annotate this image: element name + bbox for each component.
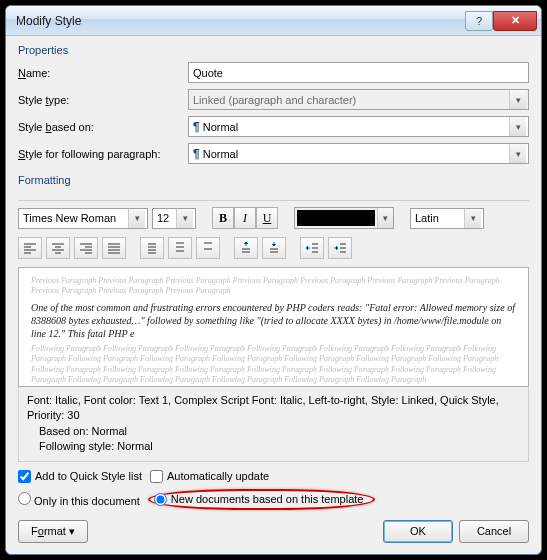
- modify-style-dialog: Modify Style ? ✕ Properties Name: Style …: [5, 5, 542, 555]
- preview-pane: Previous Paragraph Previous Paragraph Pr…: [18, 267, 529, 387]
- highlight-annotation: New documents based on this template: [148, 489, 376, 510]
- following-combo[interactable]: ¶Normal: [188, 143, 529, 164]
- close-button[interactable]: ✕: [493, 11, 537, 31]
- help-button[interactable]: ?: [465, 11, 493, 31]
- indent-decrease-button[interactable]: [300, 237, 324, 259]
- new-docs-template-radio[interactable]: New documents based on this template: [154, 493, 364, 506]
- format-menu-button[interactable]: Format ▾: [18, 520, 88, 543]
- style-type-label: Style type:: [18, 94, 188, 106]
- preview-sample: One of the most common and frustrating e…: [31, 301, 516, 340]
- preview-before: Previous Paragraph Previous Paragraph Pr…: [31, 276, 516, 297]
- add-quickstyle-checkbox[interactable]: Add to Quick Style list: [18, 470, 142, 483]
- align-justify-button[interactable]: [102, 237, 126, 259]
- ok-button[interactable]: OK: [383, 520, 453, 543]
- color-swatch-icon: [297, 210, 375, 226]
- underline-button[interactable]: U: [256, 207, 278, 229]
- name-input[interactable]: [188, 62, 529, 83]
- space-before-inc-button[interactable]: [234, 237, 258, 259]
- based-on-label: Style based on:: [18, 121, 188, 133]
- line-spacing-15-button[interactable]: [168, 237, 192, 259]
- font-family-combo[interactable]: Times New Roman: [18, 208, 148, 229]
- style-type-combo: Linked (paragraph and character): [188, 89, 529, 110]
- line-spacing-2-button[interactable]: [196, 237, 220, 259]
- style-description: Font: Italic, Font color: Text 1, Comple…: [18, 387, 529, 462]
- align-left-button[interactable]: [18, 237, 42, 259]
- dialog-title: Modify Style: [16, 14, 465, 28]
- align-center-button[interactable]: [46, 237, 70, 259]
- bold-button[interactable]: B: [212, 207, 234, 229]
- font-size-combo[interactable]: 12: [152, 208, 196, 229]
- cancel-button[interactable]: Cancel: [459, 520, 529, 543]
- align-right-button[interactable]: [74, 237, 98, 259]
- indent-increase-button[interactable]: [328, 237, 352, 259]
- formatting-heading: Formatting: [18, 174, 529, 186]
- titlebar: Modify Style ? ✕: [6, 6, 541, 36]
- auto-update-checkbox[interactable]: Automatically update: [150, 470, 269, 483]
- space-before-dec-button[interactable]: [262, 237, 286, 259]
- following-label: Style for following paragraph:: [18, 148, 188, 160]
- font-color-combo[interactable]: ▾: [294, 207, 394, 229]
- only-this-doc-radio[interactable]: Only in this document: [18, 492, 140, 507]
- line-spacing-1-button[interactable]: [140, 237, 164, 259]
- properties-heading: Properties: [18, 44, 529, 56]
- preview-after: Following Paragraph Following Paragraph …: [31, 344, 516, 386]
- based-on-combo[interactable]: ¶Normal: [188, 116, 529, 137]
- italic-button[interactable]: I: [234, 207, 256, 229]
- name-label: Name:: [18, 67, 188, 79]
- script-combo[interactable]: Latin: [410, 208, 484, 229]
